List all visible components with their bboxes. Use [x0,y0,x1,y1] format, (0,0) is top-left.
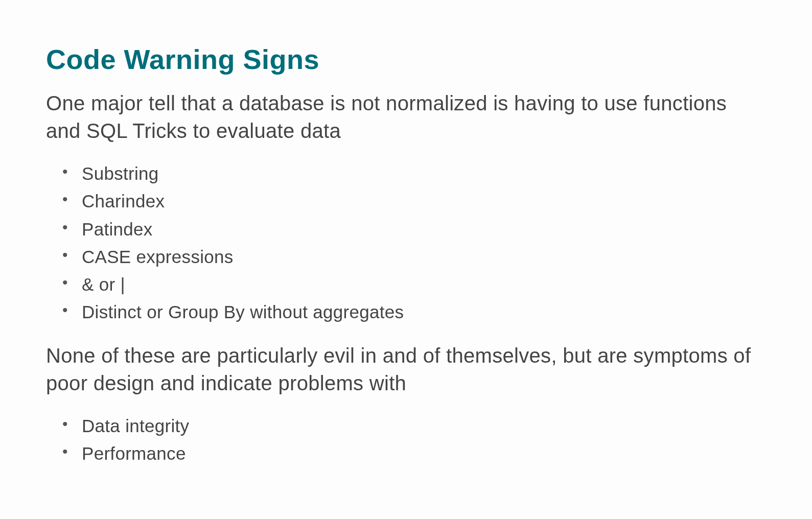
slide-title: Code Warning Signs [46,43,766,75]
middle-paragraph: None of these are particularly evil in a… [46,342,766,397]
list-item: Data integrity [72,412,766,440]
list-item: Distinct or Group By without aggregates [72,298,766,326]
warning-signs-list: Substring Charindex Patindex CASE expres… [46,160,766,326]
list-item: CASE expressions [72,243,766,271]
problems-list: Data integrity Performance [46,412,766,468]
list-item: & or | [72,271,766,298]
list-item: Charindex [72,187,766,215]
list-item: Patindex [72,216,766,243]
list-item: Substring [72,160,766,187]
list-item: Performance [72,440,766,467]
intro-paragraph: One major tell that a database is not no… [46,89,766,145]
